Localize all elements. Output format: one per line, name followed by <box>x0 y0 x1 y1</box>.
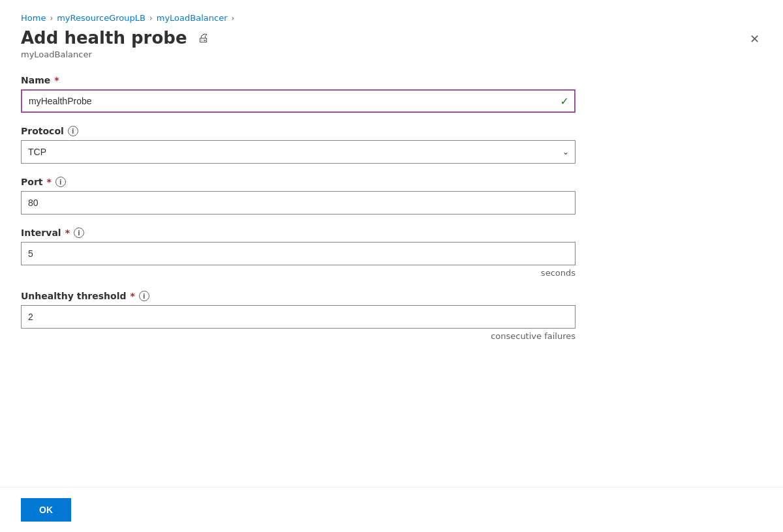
interval-label: Interval * i <box>21 228 762 238</box>
port-required-star: * <box>46 177 51 187</box>
port-label: Port * i <box>21 177 762 187</box>
protocol-label: Protocol i <box>21 126 762 136</box>
interval-info-icon: i <box>74 228 84 238</box>
unhealthy-required-star: * <box>130 291 135 301</box>
breadcrumb-sep-1: › <box>50 14 53 23</box>
name-group: Name * ✓ <box>21 75 762 113</box>
interval-required-star: * <box>65 228 70 238</box>
unhealthy-threshold-hint: consecutive failures <box>21 331 576 341</box>
print-button[interactable]: 🖨 <box>195 29 212 48</box>
breadcrumb-home[interactable]: Home <box>21 13 46 23</box>
protocol-group: Protocol i TCP HTTP HTTPS ⌄ <box>21 126 762 164</box>
port-info-icon: i <box>55 177 66 187</box>
print-icon: 🖨 <box>198 31 209 45</box>
breadcrumb-load-balancer[interactable]: myLoadBalancer <box>157 13 228 23</box>
name-label: Name * <box>21 75 762 85</box>
unhealthy-threshold-input[interactable] <box>21 305 576 329</box>
unhealthy-info-icon: i <box>139 291 149 301</box>
interval-group: Interval * i seconds <box>21 228 762 278</box>
close-icon: ✕ <box>750 33 760 46</box>
page-subtitle: myLoadBalancer <box>21 50 212 59</box>
breadcrumb-sep-2: › <box>149 14 153 23</box>
ok-button[interactable]: OK <box>21 498 71 522</box>
name-input[interactable] <box>21 89 576 113</box>
protocol-select-wrapper: TCP HTTP HTTPS ⌄ <box>21 140 576 164</box>
name-input-wrapper: ✓ <box>21 89 576 113</box>
form-container: Name * ✓ Protocol i TCP HTTP HTTPS ⌄ <box>0 59 783 487</box>
breadcrumb-sep-3: › <box>231 14 234 23</box>
page-header: Add health probe 🖨 myLoadBalancer ✕ <box>0 23 783 59</box>
name-required-star: * <box>54 75 59 85</box>
protocol-select[interactable]: TCP HTTP HTTPS <box>21 140 576 164</box>
header-left: Add health probe 🖨 myLoadBalancer <box>21 28 212 59</box>
close-button[interactable]: ✕ <box>747 31 762 48</box>
page-container: Home › myResourceGroupLB › myLoadBalance… <box>0 0 783 532</box>
interval-input[interactable] <box>21 242 576 265</box>
name-checkmark-icon: ✓ <box>560 95 569 108</box>
page-title-row: Add health probe 🖨 <box>21 28 212 48</box>
breadcrumb-resource-group[interactable]: myResourceGroupLB <box>57 13 146 23</box>
port-input[interactable] <box>21 191 576 214</box>
unhealthy-threshold-group: Unhealthy threshold * i consecutive fail… <box>21 291 762 341</box>
page-title: Add health probe <box>21 28 187 48</box>
protocol-info-icon: i <box>68 126 78 136</box>
port-group: Port * i <box>21 177 762 214</box>
interval-hint: seconds <box>21 268 576 278</box>
breadcrumb: Home › myResourceGroupLB › myLoadBalance… <box>0 0 783 23</box>
unhealthy-threshold-label: Unhealthy threshold * i <box>21 291 762 301</box>
page-footer: OK <box>0 487 783 532</box>
